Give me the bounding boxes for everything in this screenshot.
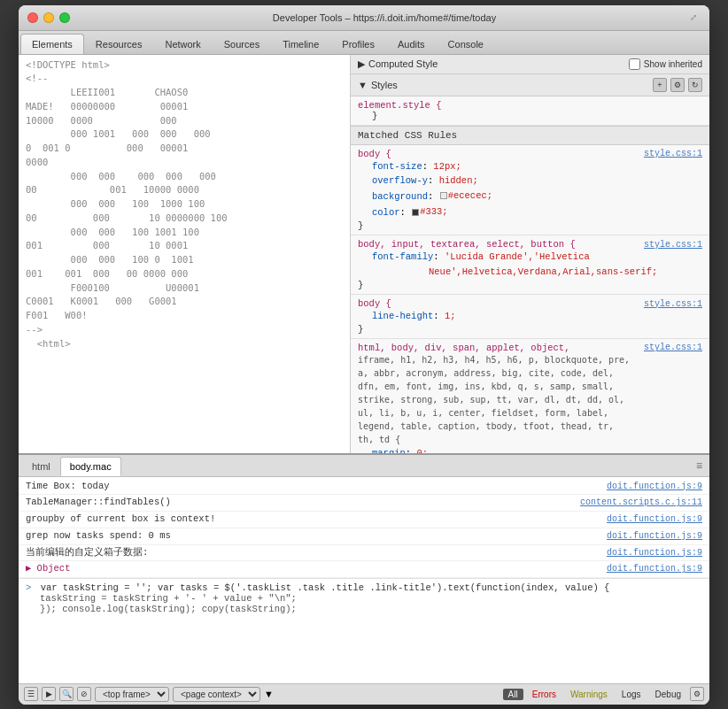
- show-inherited-control[interactable]: Show inherited: [629, 58, 702, 70]
- css-rule-1-header: body { style.css:1: [358, 149, 702, 159]
- console-link-6[interactable]: doit.function.js:9: [607, 562, 702, 576]
- console-text-1: Time Box: today: [26, 480, 607, 494]
- styles-triangle: ▼: [358, 80, 368, 90]
- css-rule-4-selectors-continued: iframe, h1, h2, h3, h4, h5, h6, p, block…: [358, 353, 702, 446]
- css-rule-3-link[interactable]: style.css:1: [644, 299, 702, 309]
- console-output[interactable]: Time Box: today doit.function.js:9 Table…: [19, 477, 709, 683]
- html-comment-close: -->: [19, 323, 350, 337]
- color-swatch: [412, 209, 419, 216]
- computed-style-label[interactable]: Computed Style: [368, 58, 438, 69]
- inspect-icon[interactable]: ☰: [24, 687, 38, 701]
- titlebar: Developer Tools – https://i.doit.im/home…: [19, 5, 709, 31]
- console-line-6: ▶ Object doit.function.js:9: [19, 561, 709, 578]
- play-icon[interactable]: ▶: [42, 687, 56, 701]
- dropdown-arrow: ▼: [264, 689, 274, 699]
- element-style-close: }: [358, 111, 377, 121]
- css-rule-1: body { style.css:1 font-size: 12px; over…: [351, 145, 709, 236]
- console-link-4[interactable]: doit.function.js:9: [607, 529, 702, 543]
- css-rule-1-close: }: [358, 220, 702, 231]
- block-icon[interactable]: ⊘: [77, 687, 91, 701]
- css-rule-2-selector: body, input, textarea, select, button {: [358, 239, 576, 250]
- badge-warnings[interactable]: Warnings: [565, 689, 613, 700]
- badge-logs[interactable]: Logs: [616, 689, 647, 700]
- console-input-area: > var taskString = ''; var tasks = $('.t…: [19, 578, 709, 618]
- css-rule-3-close: }: [358, 324, 702, 335]
- console-link-3[interactable]: doit.function.js:9: [607, 512, 702, 527]
- element-style-block: element.style { }: [351, 96, 709, 126]
- dom-tree-panel[interactable]: <!DOCTYPE html> <!-- LEEII001 CHAOS0 MAD…: [19, 55, 351, 453]
- traffic-lights: [27, 12, 70, 23]
- computed-style-triangle: ▶: [358, 58, 365, 70]
- tab-body-mac[interactable]: body.mac: [60, 457, 121, 476]
- maximize-button[interactable]: [59, 12, 70, 23]
- bottom-tabs: html body.mac ≡: [19, 455, 709, 477]
- badge-all[interactable]: All: [503, 689, 523, 700]
- css-prop-background: background: #ececec;: [358, 189, 702, 204]
- status-bar: ☰ ▶ 🔍 ⊘ <top frame> <page context> ▼ All…: [19, 683, 709, 705]
- add-style-button[interactable]: +: [653, 78, 667, 92]
- minimize-button[interactable]: [43, 12, 54, 23]
- matched-rules-header: Matched CSS Rules: [351, 126, 709, 145]
- css-rule-4: html, body, div, span, applet, object, s…: [351, 339, 709, 453]
- window-title: Developer Tools – https://i.doit.im/home…: [79, 12, 690, 23]
- console-line-1: Time Box: today doit.function.js:9: [19, 479, 709, 496]
- refresh-button[interactable]: ↻: [688, 78, 702, 92]
- console-link-5[interactable]: doit.function.js:9: [607, 546, 702, 560]
- console-line-4: grep now tasks spend: 0 ms doit.function…: [19, 528, 709, 545]
- css-prop-color: color: #333;: [358, 204, 702, 220]
- search-icon[interactable]: 🔍: [59, 687, 74, 701]
- css-rule-4-header: html, body, div, span, applet, object, s…: [358, 343, 702, 353]
- console-input-line2: taskString = taskString + '- ' + value +…: [26, 593, 702, 604]
- css-rule-2-header: body, input, textarea, select, button { …: [358, 239, 702, 250]
- tab-sources[interactable]: Sources: [213, 34, 271, 54]
- console-prompt: >: [26, 582, 31, 593]
- frame-selector[interactable]: <top frame>: [95, 687, 169, 702]
- main-tabs: Elements Resources Network Sources Timel…: [19, 31, 709, 55]
- css-rules-panel[interactable]: element.style { } Matched CSS Rules body…: [351, 96, 709, 453]
- console-link-2[interactable]: content.scripts.c.js:11: [580, 496, 702, 510]
- console-line-3: groupby of current box is context! doit.…: [19, 512, 709, 528]
- gear-button[interactable]: ⚙: [670, 78, 685, 92]
- status-gear-icon[interactable]: ⚙: [690, 687, 704, 701]
- tab-console[interactable]: Console: [437, 34, 495, 54]
- css-rule-2-link[interactable]: style.css:1: [644, 240, 702, 250]
- css-prop-overflow: overflow-y: hidden;: [358, 173, 702, 189]
- console-text-5: 当前编辑的自定义箱子数据:: [26, 546, 607, 560]
- styles-subheader: ▼ Styles + ⚙ ↻: [351, 74, 709, 96]
- close-button[interactable]: [27, 12, 38, 23]
- console-line-5: 当前编辑的自定义箱子数据: doit.function.js:9: [19, 545, 709, 562]
- resize-icon[interactable]: ⤢: [690, 12, 701, 23]
- context-selector[interactable]: <page context>: [173, 687, 260, 702]
- background-color-swatch: [440, 192, 447, 199]
- console-line-2: TableManager::findTables() content.scrip…: [19, 495, 709, 512]
- console-input-line3: }); console.log(taskString); copy(taskSt…: [26, 604, 702, 614]
- tab-timeline[interactable]: Timeline: [271, 34, 330, 54]
- badge-errors[interactable]: Errors: [527, 689, 561, 700]
- bottom-panel: html body.mac ≡ Time Box: today doit.fun…: [19, 453, 709, 683]
- css-rule-2: body, input, textarea, select, button { …: [351, 235, 709, 295]
- styles-title: ▼ Styles: [358, 80, 398, 90]
- computed-style-header: ▶ Computed Style Show inherited: [351, 55, 709, 74]
- computed-style-title: ▶ Computed Style: [358, 58, 438, 70]
- css-rule-1-selector: body {: [358, 149, 391, 159]
- bottom-gear-icon[interactable]: ≡: [693, 456, 706, 475]
- styles-label: Styles: [371, 80, 398, 90]
- main-content: <!DOCTYPE html> <!-- LEEII001 CHAOS0 MAD…: [19, 55, 709, 453]
- show-inherited-checkbox[interactable]: [629, 58, 640, 70]
- tab-network[interactable]: Network: [153, 34, 212, 54]
- tab-resources[interactable]: Resources: [84, 34, 154, 54]
- css-prop-font-family: font-family: 'Lucida Grande','Helvetica: [358, 250, 702, 265]
- tab-elements[interactable]: Elements: [20, 34, 84, 54]
- tab-audits[interactable]: Audits: [386, 34, 437, 54]
- ascii-art-content: LEEII001 CHAOS0 MADE! 00000000 00001 100…: [19, 86, 350, 323]
- css-rule-4-link[interactable]: style.css:1: [644, 343, 702, 352]
- css-rule-4-selector: html, body, div, span, applet, object,: [358, 343, 569, 353]
- tab-html[interactable]: html: [22, 457, 60, 476]
- show-inherited-label: Show inherited: [644, 59, 702, 69]
- css-rule-1-link[interactable]: style.css:1: [644, 149, 702, 158]
- console-link-1[interactable]: doit.function.js:9: [607, 480, 702, 494]
- badge-debug[interactable]: Debug: [650, 689, 686, 700]
- tab-profiles[interactable]: Profiles: [330, 34, 386, 54]
- doctype-line: <!DOCTYPE html>: [19, 58, 350, 73]
- console-text-6[interactable]: ▶ Object: [26, 562, 607, 576]
